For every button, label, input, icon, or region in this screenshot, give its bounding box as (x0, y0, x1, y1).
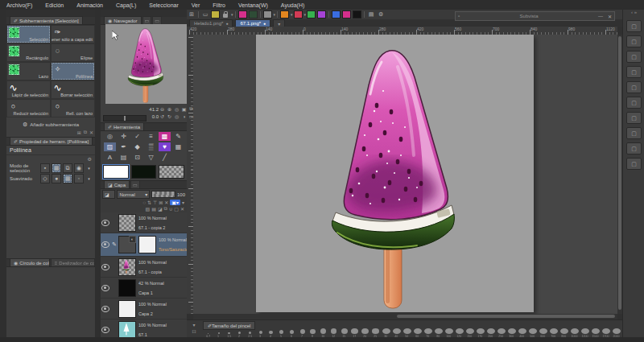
reset-view-icon[interactable]: ▭ (188, 113, 195, 119)
item-bank-tab[interactable]: ▭ (152, 16, 162, 24)
zoom-reset-icon[interactable]: ◎ (173, 106, 180, 112)
selection-tool[interactable]: ▩ (159, 132, 171, 141)
set-as-reference-button[interactable]: ▣▾ (170, 200, 180, 205)
duplicate-layer-icon[interactable]: ⧉ (164, 206, 167, 212)
menu-filtro[interactable]: Filtro (206, 2, 232, 8)
settings-icon[interactable]: ⚙ (377, 11, 385, 19)
magenta-swatch[interactable] (342, 10, 351, 19)
close-icon[interactable]: ✕ (605, 14, 614, 19)
document-tab-helado1-png[interactable]: Helado1.png*● (189, 19, 233, 27)
brush-bar-controls[interactable]: ▾⊡ (188, 322, 200, 336)
main-color-chip[interactable] (103, 165, 129, 179)
eyedropper-tool[interactable]: ✎ (172, 132, 184, 141)
pen-tool[interactable]: ✒ (118, 142, 130, 151)
layer-row-capa-2[interactable]: 100 % NormalCapa 2 (101, 299, 187, 319)
fit-screen-icon[interactable]: ▣ (180, 106, 188, 112)
material-palette-button-6[interactable]: ▢ (626, 97, 642, 109)
move-tool[interactable]: ✛ (118, 132, 130, 141)
layer-thumbnail[interactable] (118, 214, 136, 232)
fill-tool[interactable]: ▨ (104, 142, 116, 151)
zoom-out-icon[interactable]: ⊖ (159, 106, 166, 112)
open-folder-icon[interactable] (211, 10, 220, 19)
navigator-tab[interactable]: ◉ Navegador (104, 16, 142, 24)
layer-row-tono-saturacio-n-lumi[interactable]: ✎◐100 % NormalTono/Saturación/Lumi (101, 233, 187, 257)
floating-panel-titlebar[interactable]: ▫ Subvista — ✕ (455, 11, 615, 21)
empty-slot[interactable] (172, 153, 184, 162)
minimize-icon[interactable]: — (596, 14, 605, 19)
layer-thumbnail[interactable] (118, 300, 136, 318)
property-chip[interactable]: ▩ (63, 174, 72, 183)
layer-row-67-1-copia[interactable]: 100 % Normal67.1 - copia (101, 257, 187, 278)
dock-arrows[interactable]: ‹ » (623, 10, 644, 17)
document-tab-67-1-png[interactable]: 67.1.png*● (235, 19, 270, 27)
layer-thumbnail[interactable] (118, 279, 136, 297)
layer-thumbnail[interactable] (118, 321, 136, 339)
ruler-icon[interactable]: ▾ (182, 200, 184, 205)
menu-ayuda-h[interactable]: Ayuda(H) (275, 2, 311, 8)
layer-visibility-toggle[interactable] (101, 241, 110, 248)
wrench-icon[interactable]: ⚙ (6, 155, 95, 163)
airbrush-tool[interactable]: ▒ (145, 142, 157, 151)
blue-swatch[interactable] (332, 10, 341, 19)
sub-color-chip[interactable] (131, 165, 157, 179)
duplicate-subtool-icon[interactable]: ⧉ (84, 130, 87, 135)
property-chip[interactable]: ▩ (52, 163, 61, 173)
property-chip[interactable]: ▪ (40, 163, 50, 173)
menu-animacio-n[interactable]: Animación (70, 2, 109, 8)
color-wheel-tab[interactable]: ◉ Círculo de colores (10, 258, 50, 266)
text-tool[interactable]: A (104, 153, 116, 162)
layer-visibility-toggle[interactable] (101, 264, 110, 270)
rotate-reset-icon[interactable]: ◎ (173, 113, 180, 119)
menu-edicio-n[interactable]: Edición (39, 2, 70, 8)
deselect-area-swatch[interactable] (249, 10, 258, 19)
layer-row-capa-1[interactable]: 42 % NormalCapa 1 (101, 278, 187, 299)
layer-mask-icon[interactable]: ▢ (174, 206, 179, 212)
balloon-tool[interactable]: ▤ (118, 153, 130, 162)
subtool-retener-so-lo-a-capa-edit[interactable]: ✑Retener sólo a capa edit (51, 25, 95, 43)
red-swatch[interactable] (294, 10, 303, 19)
palette-icon[interactable]: ◪ (102, 190, 115, 199)
flip-horizontal-icon[interactable]: ◑ (180, 114, 188, 119)
orange-swatch[interactable] (280, 10, 289, 19)
menu-archivo-f[interactable]: Archivo(F) (0, 2, 39, 8)
rotate-left-icon[interactable]: ↺ (159, 113, 166, 119)
export-icon[interactable]: ▤ (367, 11, 375, 19)
gradient-tool[interactable]: ▦ (172, 142, 184, 151)
clip-icon[interactable]: ◌ (142, 200, 146, 205)
subview-tab[interactable]: ▭ (142, 16, 152, 24)
mask-icon[interactable]: ✕ (164, 200, 168, 205)
add-subtool-icon[interactable]: ⊞ (77, 130, 81, 135)
color-slider-tab[interactable]: ≡ Deslizador de colores (51, 258, 95, 266)
material-palette-button-1[interactable]: ▢ (626, 20, 642, 32)
eraser-tool[interactable]: ◆ (131, 142, 143, 151)
material-palette-button-4[interactable]: ▢ (626, 66, 642, 78)
lock-alpha-icon[interactable]: ⊠ (159, 200, 163, 205)
new-folder-icon[interactable]: ◪ (158, 206, 163, 212)
layer-visibility-toggle[interactable] (101, 285, 110, 291)
transparent-color-chip[interactable] (159, 165, 184, 179)
decoration-tool[interactable]: ♥ (159, 142, 171, 151)
opacity-slider[interactable] (151, 191, 175, 198)
delete-layer-icon[interactable]: ✕ (180, 206, 184, 212)
material-palette-button-10[interactable]: ▢ (626, 158, 642, 170)
layer-property-tab[interactable]: ▭ (130, 180, 140, 188)
delete-subtool-icon[interactable]: ✕ (89, 130, 93, 135)
ruler-tool[interactable]: ╱ (159, 153, 171, 162)
subtool-la-piz-de-seleccio-n[interactable]: ∿Lápiz de selección (6, 80, 51, 99)
layer-visibility-toggle[interactable] (101, 220, 110, 226)
subtool-tab[interactable]: ✐ Subherramienta [Selección] (10, 16, 83, 24)
layer-visibility-toggle[interactable] (101, 327, 110, 333)
material-palette-button-2[interactable]: ▢ (626, 35, 642, 47)
add-subtool-button[interactable]: ⚙ Añadir subherramienta (6, 120, 95, 130)
canvas-window-icon[interactable]: ▭ (201, 11, 209, 19)
subtool-elipse[interactable]: ◌Elipse (51, 43, 95, 62)
zoom-tool[interactable]: ◎ (104, 132, 116, 141)
horizontal-scrollbar[interactable] (193, 314, 617, 319)
hide-palettes-icon[interactable]: ⊞ (188, 11, 196, 19)
tab-list-button[interactable]: ▾ (273, 19, 285, 27)
menu-capa-l[interactable]: Capa(L) (109, 2, 142, 8)
actual-size-icon[interactable]: ⧉ (188, 106, 195, 112)
green-swatch[interactable] (307, 10, 316, 19)
property-chip[interactable]: ⧉ (63, 163, 72, 173)
lock-icon[interactable] (221, 11, 229, 19)
